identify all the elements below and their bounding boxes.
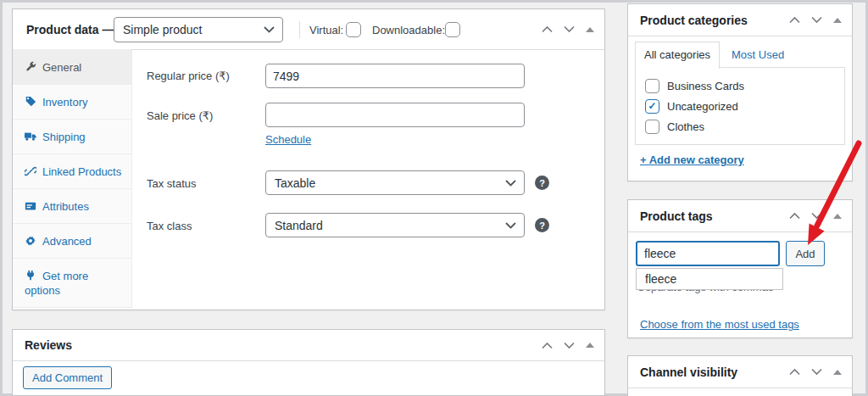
move-up-icon[interactable] (542, 25, 553, 33)
tax-class-select[interactable]: Standard (265, 213, 525, 237)
virtual-label: Virtual: (309, 23, 343, 36)
move-down-icon[interactable] (564, 25, 575, 33)
collapse-toggle-icon[interactable] (833, 370, 842, 375)
header-divider (299, 21, 300, 38)
categories-title: Product categories (640, 14, 748, 27)
product-data-title: Product data — (26, 23, 114, 36)
tax-class-help-icon[interactable]: ? (535, 218, 549, 232)
panel-order-controls (542, 330, 594, 360)
panel-order-controls (789, 200, 842, 231)
tax-class-label: Tax class (147, 220, 192, 232)
tax-status-select[interactable]: Taxable (265, 170, 525, 195)
tag-suggestion-item[interactable]: fleece (636, 268, 783, 290)
collapse-toggle-icon[interactable] (833, 18, 842, 23)
virtual-checkbox[interactable] (346, 22, 361, 37)
category-item[interactable]: Uncategorized (645, 96, 844, 116)
tab-general[interactable]: General (13, 49, 131, 85)
channel-visibility-panel: Channel visibility (627, 355, 853, 396)
tab-inventory[interactable]: Inventory (13, 85, 131, 120)
tab-advanced[interactable]: Advanced (13, 224, 131, 259)
panel-order-controls (789, 356, 842, 388)
regular-price-label: Regular price (₹) (147, 70, 230, 82)
tab-linked-products[interactable]: Linked Products (13, 154, 131, 189)
move-down-icon[interactable] (811, 368, 822, 376)
tab-get-more-options[interactable]: Get more options (13, 259, 131, 308)
category-checklist: Business Cards Uncategorized Clothes (635, 67, 845, 145)
checkbox-checked-icon[interactable] (645, 99, 659, 114)
category-item[interactable]: Business Cards (645, 75, 844, 96)
tax-status-value: Taxable (275, 176, 315, 190)
panel-order-controls (789, 4, 842, 36)
add-tag-button[interactable]: Add (786, 241, 825, 266)
category-item[interactable]: Clothes (645, 116, 844, 137)
gear-icon (25, 235, 36, 247)
downloadable-checkbox[interactable] (445, 22, 460, 37)
product-tags-panel: Product tags Separate tags with commas A… (627, 199, 853, 338)
woocommerce-product-edit-screen: Product data — Simple product Virtual: D… (0, 0, 868, 396)
tab-attributes[interactable]: Attributes (13, 189, 131, 224)
tab-most-used[interactable]: Most Used (732, 48, 784, 61)
schedule-link[interactable]: Schedule (265, 133, 311, 146)
product-type-value: Simple product (123, 23, 202, 36)
sale-price-label: Sale price (₹) (147, 109, 213, 122)
sale-price-input[interactable] (265, 103, 525, 127)
add-comment-button[interactable]: Add Comment (23, 366, 112, 389)
tax-status-label: Tax status (147, 177, 197, 190)
chevron-down-icon (264, 26, 275, 34)
tag-icon (25, 96, 36, 108)
channel-visibility-title: Channel visibility (640, 365, 737, 379)
checkbox-unchecked-icon[interactable] (645, 79, 659, 93)
truck-icon (25, 131, 36, 142)
product-type-select[interactable]: Simple product (114, 17, 283, 42)
move-down-icon[interactable] (811, 212, 822, 220)
tax-class-value: Standard (275, 219, 323, 232)
product-categories-panel: Product categories All categories Most U… (627, 3, 853, 181)
move-up-icon[interactable] (542, 342, 553, 349)
collapse-toggle-icon[interactable] (586, 27, 594, 32)
product-data-header: Product data — Simple product Virtual: D… (13, 9, 604, 50)
new-tag-input[interactable] (636, 241, 780, 266)
checkbox-unchecked-icon[interactable] (645, 120, 659, 134)
wrench-icon (25, 61, 36, 73)
reviews-panel: Reviews Add Comment (12, 329, 605, 396)
chevron-down-icon (505, 179, 516, 187)
product-data-tabs: General Inventory Shipping Linked Produc… (13, 50, 132, 309)
collapse-toggle-icon[interactable] (833, 214, 842, 219)
plug-icon (25, 270, 36, 282)
move-up-icon[interactable] (789, 16, 800, 24)
reviews-header: Reviews (13, 330, 604, 361)
channel-visibility-header: Channel visibility (628, 356, 852, 388)
product-data-panel: Product data — Simple product Virtual: D… (12, 8, 605, 310)
tags-header: Product tags (628, 200, 852, 232)
downloadable-label: Downloadable: (372, 23, 445, 36)
move-down-icon[interactable] (564, 342, 575, 349)
tags-title: Product tags (640, 209, 713, 223)
link-icon (25, 165, 36, 177)
card-icon (25, 200, 36, 212)
reviews-title: Reviews (25, 338, 72, 352)
tax-status-help-icon[interactable]: ? (535, 176, 549, 190)
collapse-toggle-icon[interactable] (586, 343, 594, 348)
regular-price-input[interactable] (265, 64, 525, 88)
chevron-down-icon (505, 221, 516, 229)
move-up-icon[interactable] (789, 368, 800, 376)
most-used-tags-link[interactable]: Choose from the most used tags (640, 318, 799, 331)
categories-header: Product categories (628, 4, 852, 36)
tab-shipping[interactable]: Shipping (13, 120, 131, 154)
move-down-icon[interactable] (811, 16, 822, 24)
add-new-category-link[interactable]: + Add new category (640, 153, 744, 166)
move-up-icon[interactable] (789, 212, 800, 220)
panel-order-controls (542, 9, 594, 49)
tab-all-categories[interactable]: All categories (635, 42, 720, 69)
